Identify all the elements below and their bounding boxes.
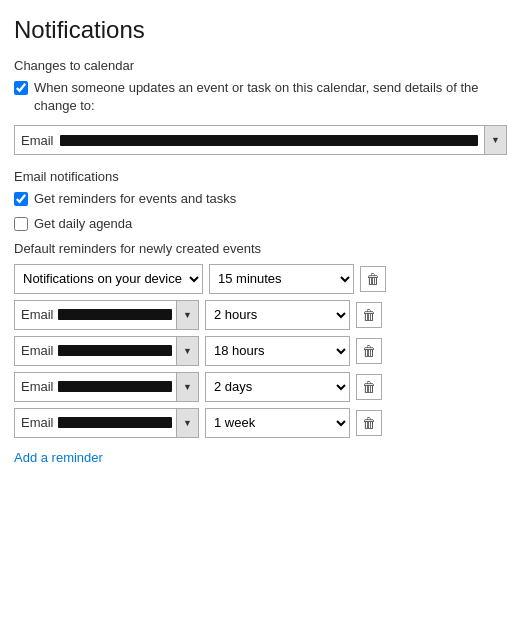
email-notifications-section: Email notifications Get reminders for ev… xyxy=(14,169,507,232)
reminder-type-select-1[interactable]: Notifications on your device Email xyxy=(14,264,203,294)
reminder-row-5: Email ▼ 1 week 2 days 1 day 🗑 xyxy=(14,408,507,438)
default-reminders-label: Default reminders for newly created even… xyxy=(14,241,507,256)
add-reminder-link[interactable]: Add a reminder xyxy=(14,450,103,465)
delete-reminder-button-1[interactable]: 🗑 xyxy=(360,266,386,292)
email-select[interactable]: Email ▼ xyxy=(14,125,507,155)
reminder-time-select-4[interactable]: 2 days 1 day 1 week 18 hours xyxy=(205,372,350,402)
delete-reminder-button-2[interactable]: 🗑 xyxy=(356,302,382,328)
email-redacted-2 xyxy=(58,309,172,320)
delete-reminder-button-4[interactable]: 🗑 xyxy=(356,374,382,400)
reminder-row-1: Notifications on your device Email 15 mi… xyxy=(14,264,507,294)
get-reminders-row: Get reminders for events and tasks xyxy=(14,190,507,208)
reminder-time-select-3[interactable]: 18 hours 1 hour 2 hours 2 days xyxy=(205,336,350,366)
reminder-email-select-3[interactable]: Email ▼ xyxy=(14,336,199,366)
default-reminders-section: Default reminders for newly created even… xyxy=(14,241,507,465)
reminder-time-select-5[interactable]: 1 week 2 days 1 day xyxy=(205,408,350,438)
get-reminders-label[interactable]: Get reminders for events and tasks xyxy=(34,190,236,208)
email-redacted-5 xyxy=(58,417,172,428)
reminder-row-3: Email ▼ 18 hours 1 hour 2 hours 2 days 🗑 xyxy=(14,336,507,366)
get-daily-row: Get daily agenda xyxy=(14,215,507,233)
reminder-row-4: Email ▼ 2 days 1 day 1 week 18 hours 🗑 xyxy=(14,372,507,402)
email-redacted-3 xyxy=(58,345,172,356)
email-select-row: Email ▼ xyxy=(14,125,507,155)
email-select-arrow[interactable]: ▼ xyxy=(484,126,506,154)
email-redacted xyxy=(60,135,478,146)
get-reminders-checkbox[interactable] xyxy=(14,192,28,206)
get-daily-agenda-checkbox[interactable] xyxy=(14,217,28,231)
reminder-time-select-1[interactable]: 15 minutes 30 minutes 1 hour 2 hours xyxy=(209,264,354,294)
calendar-update-checkbox-row: When someone updates an event or task on… xyxy=(14,79,507,115)
reminder-email-arrow-5[interactable]: ▼ xyxy=(176,409,198,437)
get-daily-agenda-label[interactable]: Get daily agenda xyxy=(34,215,132,233)
calendar-update-checkbox[interactable] xyxy=(14,81,28,95)
changes-to-calendar-section: Changes to calendar When someone updates… xyxy=(14,58,507,155)
reminder-email-select-2[interactable]: Email ▼ xyxy=(14,300,199,330)
delete-reminder-button-3[interactable]: 🗑 xyxy=(356,338,382,364)
reminder-email-arrow-2[interactable]: ▼ xyxy=(176,301,198,329)
email-notifications-label: Email notifications xyxy=(14,169,507,184)
reminder-time-select-2[interactable]: 2 hours 1 hour 15 minutes 18 hours xyxy=(205,300,350,330)
email-redacted-4 xyxy=(58,381,172,392)
reminder-email-select-4[interactable]: Email ▼ xyxy=(14,372,199,402)
reminder-email-select-5[interactable]: Email ▼ xyxy=(14,408,199,438)
calendar-update-label[interactable]: When someone updates an event or task on… xyxy=(34,79,507,115)
reminder-row-2: Email ▼ 2 hours 1 hour 15 minutes 18 hou… xyxy=(14,300,507,330)
reminder-email-arrow-4[interactable]: ▼ xyxy=(176,373,198,401)
changes-to-calendar-label: Changes to calendar xyxy=(14,58,507,73)
reminder-email-arrow-3[interactable]: ▼ xyxy=(176,337,198,365)
page-title: Notifications xyxy=(14,16,507,44)
delete-reminder-button-5[interactable]: 🗑 xyxy=(356,410,382,436)
